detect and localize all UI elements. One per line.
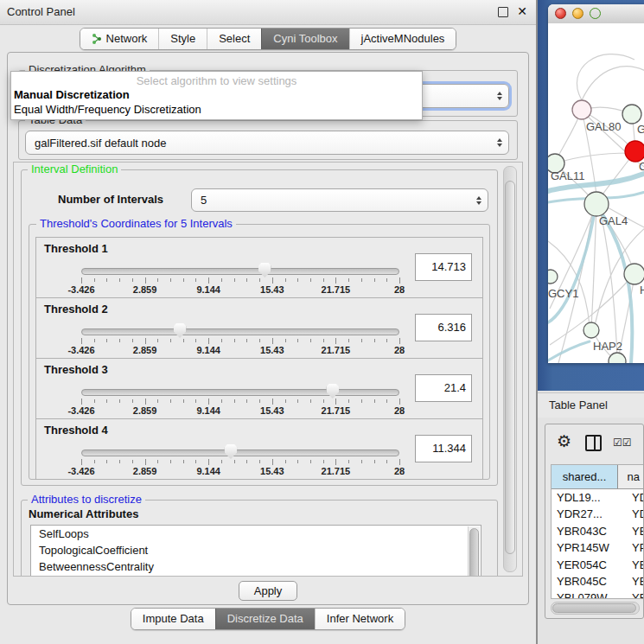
attribute-list-item[interactable]: BetweennessCentrality (31, 558, 481, 575)
tick-mark (94, 399, 95, 403)
network-window-titlebar (548, 4, 644, 24)
tick-mark (145, 277, 146, 284)
attribute-list-item[interactable]: TopologicalCoefficient (31, 542, 481, 558)
tick-mark (81, 399, 82, 405)
algorithm-popup-hint: Select algorithm to view settings (11, 74, 422, 87)
threshold-1-value[interactable]: 14.713 (415, 253, 472, 281)
interval-definition-group: Number of Intervals 5 Threshold's Coordi… (21, 169, 498, 486)
tab-discretize-data[interactable]: Discretize Data (215, 609, 315, 629)
checkbox-icons[interactable]: ☑☑ (613, 437, 632, 449)
table-row[interactable]: YBL079WYBL0 (552, 590, 643, 599)
tick-mark (335, 277, 336, 284)
tab-style[interactable]: Style (158, 29, 207, 49)
tick-mark (399, 399, 400, 405)
slider-thumb[interactable] (174, 323, 187, 338)
close-icon[interactable]: ✕ (517, 4, 527, 18)
tick-mark (157, 399, 158, 403)
table-row[interactable]: YDL19...YDL1 (552, 489, 643, 506)
table-hscrollbar[interactable] (551, 602, 640, 615)
tick-mark (259, 339, 260, 342)
tick-mark (81, 338, 82, 344)
tick-mark (170, 399, 171, 403)
slider-thumb[interactable] (224, 444, 237, 459)
tab-infer-network[interactable]: Infer Network (315, 609, 405, 629)
popup-item-equal-width[interactable]: Equal Width/Frequency Discretization (11, 102, 422, 117)
tick-mark (310, 399, 311, 403)
cell-name: YBR0 (623, 573, 643, 590)
threshold-2-value[interactable]: 6.316 (415, 314, 472, 341)
node-label: HAP2 (593, 340, 622, 353)
window-close-button[interactable] (555, 8, 566, 19)
node-label: C (639, 160, 644, 173)
apply-button[interactable]: Apply (239, 581, 297, 601)
settings-scrollbar[interactable] (503, 166, 517, 572)
tab-impute-data[interactable]: Impute Data (131, 609, 215, 629)
threshold-3-slider[interactable]: -3.4262.8599.14415.4321.71528 (81, 383, 399, 416)
node-gcy1[interactable] (548, 270, 558, 284)
attributes-group: Numerical Attributes SelfLoopsTopologica… (21, 500, 498, 577)
threshold-1-slider[interactable]: -3.4262.8599.14415.4321.71528 (81, 262, 399, 295)
tab-network[interactable]: Network (80, 29, 159, 49)
list-scrollbar[interactable] (468, 526, 480, 577)
column-header-name[interactable]: na (618, 465, 643, 488)
node-bottom[interactable] (609, 353, 626, 363)
tick-mark (119, 399, 120, 403)
node-h[interactable] (624, 264, 644, 284)
tick-mark (94, 460, 95, 463)
tick-mark (106, 339, 107, 342)
tick-mark (221, 278, 222, 282)
table-data-combo[interactable]: galFiltered.sif default node (25, 131, 509, 155)
popup-item-manual-discretization[interactable]: Manual Discretization (11, 87, 422, 102)
window-minimize-button[interactable] (572, 8, 583, 19)
tick-mark (399, 277, 400, 284)
num-intervals-combo[interactable]: 5 (191, 188, 488, 212)
tick-mark (323, 339, 324, 342)
tick-mark (170, 460, 171, 463)
table-row[interactable]: YDR27...YDR2 (552, 506, 643, 522)
table-row[interactable]: YBR043CYBR0 (552, 523, 643, 539)
window-zoom-button[interactable] (590, 8, 601, 19)
table-row[interactable]: YBR045CYBR0 (552, 573, 643, 590)
network-view-window: GAL80 G. C GAL11 GAL4 H GCY1 HAP2 (548, 4, 644, 363)
table-body: YDL19...YDL1YDR27...YDR2YBR043CYBR0YPR14… (552, 489, 643, 599)
tab-select[interactable]: Select (207, 29, 261, 49)
tick-mark (374, 278, 375, 282)
panel-title: Control Panel (7, 5, 75, 18)
slider-track (81, 450, 399, 456)
tick-mark (106, 278, 107, 282)
float-window-icon[interactable] (498, 7, 508, 17)
threshold-2-slider[interactable]: -3.4262.8599.14415.4321.71528 (81, 322, 399, 355)
tick-mark (386, 339, 387, 342)
node-hap2[interactable] (583, 322, 599, 338)
tick-mark (259, 399, 260, 403)
node-gal4[interactable] (584, 192, 609, 216)
table-row[interactable]: YPR145WYPR1 (552, 539, 643, 556)
node-gal80[interactable] (572, 100, 591, 119)
gear-icon[interactable]: ⚙ (557, 431, 571, 451)
tick-mark (234, 460, 235, 463)
tick-mark (94, 278, 95, 282)
split-columns-icon[interactable] (585, 435, 602, 451)
table-row[interactable]: YER054CYER0 (552, 557, 643, 573)
threshold-4-slider[interactable]: -3.4262.8599.14415.4321.71528 (81, 443, 399, 476)
tick-mark (348, 278, 349, 282)
slider-thumb[interactable] (326, 384, 339, 399)
tick-mark (310, 278, 311, 282)
attribute-list-item[interactable]: SelfLoops (31, 526, 481, 542)
tick-mark (132, 460, 133, 463)
tick-mark (297, 399, 298, 403)
tick-label: 21.715 (322, 466, 351, 476)
tick-label: 28 (394, 466, 405, 476)
cell-shared-name: YER054C (552, 557, 623, 573)
threshold-3-value[interactable]: 21.4 (415, 374, 472, 402)
tab-cyni-toolbox[interactable]: Cyni Toolbox (261, 29, 348, 49)
column-header-shared-name[interactable]: shared... (552, 465, 618, 488)
node-g[interactable] (622, 105, 641, 124)
tab-jactivemnodules[interactable]: jActiveMNodules (349, 29, 456, 49)
cell-shared-name: YBL079W (552, 590, 623, 599)
threshold-4-value[interactable]: 11.344 (415, 435, 472, 462)
slider-thumb[interactable] (258, 263, 271, 277)
network-canvas[interactable]: GAL80 G. C GAL11 GAL4 H GCY1 HAP2 (548, 23, 644, 363)
node-highlighted[interactable] (625, 141, 644, 162)
cell-shared-name: YBR045C (552, 573, 623, 590)
